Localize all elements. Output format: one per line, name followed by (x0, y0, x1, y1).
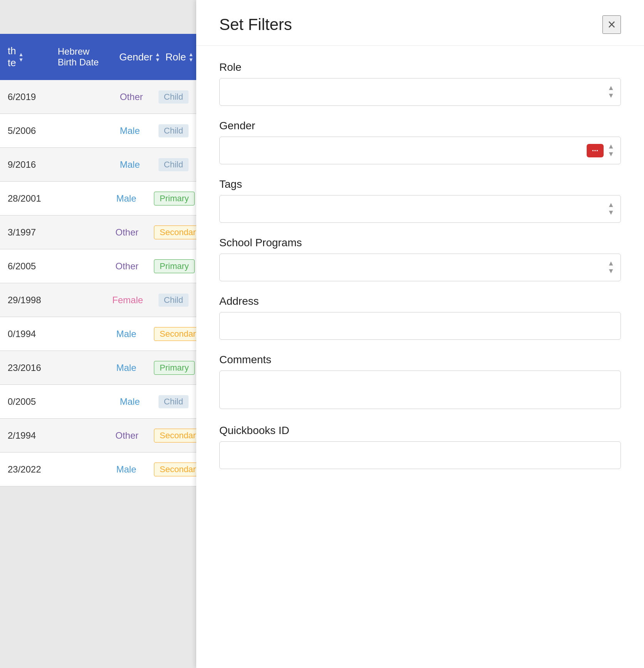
table-row[interactable]: 2/1994 Other Secondary (0, 419, 196, 453)
cell-gender: Male (108, 329, 146, 339)
quickbooks-id-field-group: Quickbooks ID (219, 424, 621, 469)
cell-date: 6/2005 (0, 261, 48, 272)
role-badge: Primary (154, 192, 195, 205)
cell-gender: Male (108, 193, 146, 204)
cell-gender: Other (108, 430, 146, 441)
gender-select-inner: ··· ▲▼ (226, 143, 614, 158)
table-row[interactable]: 28/2001 Male Primary (0, 182, 196, 215)
cell-role: Primary (146, 192, 196, 205)
role-badge: Primary (154, 361, 195, 375)
comments-input[interactable] (219, 371, 621, 409)
gender-field-group: Gender ··· ▲▼ (219, 120, 621, 164)
sort-arrows-role: ▲▼ (188, 52, 194, 62)
cell-gender: Other (112, 92, 150, 102)
panel-title: Set Filters (219, 15, 292, 34)
close-button[interactable]: × (602, 15, 621, 34)
cell-date: 23/2016 (0, 362, 49, 373)
cell-gender: Male (108, 362, 146, 373)
table-row[interactable]: 23/2022 Male Secondary (0, 453, 196, 486)
table-row[interactable]: 23/2016 Male Primary (0, 351, 196, 385)
school-programs-field-group: School Programs ▲▼ (219, 237, 621, 281)
gender-chevrons-icon: ▲▼ (607, 143, 614, 158)
role-label: Role (219, 61, 621, 73)
table-row[interactable]: 9/2016 Male Child (0, 148, 196, 182)
cell-role: Child (151, 124, 196, 137)
role-badge: Child (158, 90, 189, 104)
cell-gender: Male (108, 464, 146, 475)
tags-field-group: Tags ▲▼ (219, 178, 621, 223)
table-row[interactable]: 6/2005 Other Primary (0, 249, 196, 283)
address-input[interactable] (219, 312, 621, 340)
table-header: thte ▲▼ Hebrew Birth Date Gender ▲▼ Role… (0, 34, 196, 80)
tags-label: Tags (219, 178, 621, 190)
cell-date: 0/1994 (0, 329, 49, 339)
cell-role: Secondary (146, 463, 196, 476)
quickbooks-id-input[interactable] (219, 441, 621, 469)
school-programs-chevrons-icon: ▲▼ (607, 260, 614, 275)
school-programs-select[interactable]: ▲▼ (219, 254, 621, 281)
cell-role: Child (151, 294, 196, 307)
table-row[interactable]: 5/2006 Male Child (0, 114, 196, 148)
panel-body: Role ▲▼ Gender ··· ▲▼ Tags (196, 46, 644, 498)
role-field-group: Role ▲▼ (219, 61, 621, 106)
table-row[interactable]: 0/2005 Male Child (0, 385, 196, 419)
cell-gender: Female (105, 295, 151, 306)
role-badge: Child (158, 158, 189, 171)
cell-date: 0/2005 (0, 396, 50, 407)
role-badge: Secondary (154, 327, 196, 341)
cell-gender: Male (112, 396, 150, 407)
role-badge: Secondary (154, 429, 196, 443)
comments-label: Comments (219, 354, 621, 366)
hebrew-header-label: Hebrew Birth Date (58, 46, 104, 68)
table-row[interactable]: 3/1997 Other Secondary (0, 215, 196, 249)
cell-role: Secondary (146, 429, 196, 443)
gender-select[interactable]: ··· ▲▼ (219, 137, 621, 164)
gender-badge: ··· (587, 144, 604, 157)
panel-header: Set Filters × (196, 0, 644, 46)
address-label: Address (219, 295, 621, 307)
cell-date: 29/1998 (0, 295, 49, 306)
cell-date: 28/2001 (0, 193, 49, 204)
table-row[interactable]: 6/2019 Other Child (0, 80, 196, 114)
table-row[interactable]: 0/1994 Male Secondary (0, 317, 196, 351)
cell-date: 6/2019 (0, 92, 50, 102)
cell-role: Primary (146, 259, 196, 273)
cell-gender: Other (108, 227, 146, 238)
cell-role: Child (151, 90, 196, 104)
cell-date: 3/1997 (0, 227, 48, 238)
col-header-gender[interactable]: Gender ▲▼ (112, 51, 158, 63)
quickbooks-id-label: Quickbooks ID (219, 424, 621, 437)
address-field-group: Address (219, 295, 621, 340)
role-badge: Primary (154, 259, 195, 273)
birth-header-label: thte (8, 45, 16, 69)
tags-select[interactable]: ▲▼ (219, 195, 621, 223)
table-rows: 6/2019 Other Child 5/2006 Male Child 9/2… (0, 80, 196, 668)
table-area: thte ▲▼ Hebrew Birth Date Gender ▲▼ Role… (0, 0, 196, 668)
tags-chevrons-icon: ▲▼ (607, 201, 614, 217)
col-header-hebrew[interactable]: Hebrew Birth Date (50, 46, 112, 68)
filter-panel: Set Filters × Role ▲▼ Gender ··· ▲▼ (196, 0, 644, 668)
school-programs-label: School Programs (219, 237, 621, 249)
cell-date: 5/2006 (0, 125, 50, 136)
comments-field-group: Comments (219, 354, 621, 411)
cell-gender: Male (112, 125, 150, 136)
cell-gender: Other (108, 261, 146, 272)
col-header-role[interactable]: Role ▲▼ (158, 51, 196, 63)
role-header-label: Role (165, 51, 186, 63)
cell-date: 9/2016 (0, 159, 50, 170)
cell-role: Child (151, 158, 196, 171)
cell-role: Secondary (146, 327, 196, 341)
role-chevrons-icon: ▲▼ (607, 84, 614, 100)
cell-role: Child (151, 395, 196, 408)
sort-arrows-birth: ▲▼ (18, 52, 24, 62)
gender-header-label: Gender (119, 51, 153, 63)
role-badge: Secondary (154, 225, 196, 239)
gender-label: Gender (219, 120, 621, 132)
col-header-birth[interactable]: thte ▲▼ (0, 45, 50, 69)
cell-date: 23/2022 (0, 464, 49, 475)
table-row[interactable]: 29/1998 Female Child (0, 283, 196, 317)
role-select[interactable]: ▲▼ (219, 78, 621, 106)
cell-gender: Male (112, 159, 150, 170)
role-badge: Child (158, 294, 189, 307)
role-badge: Child (158, 124, 189, 137)
